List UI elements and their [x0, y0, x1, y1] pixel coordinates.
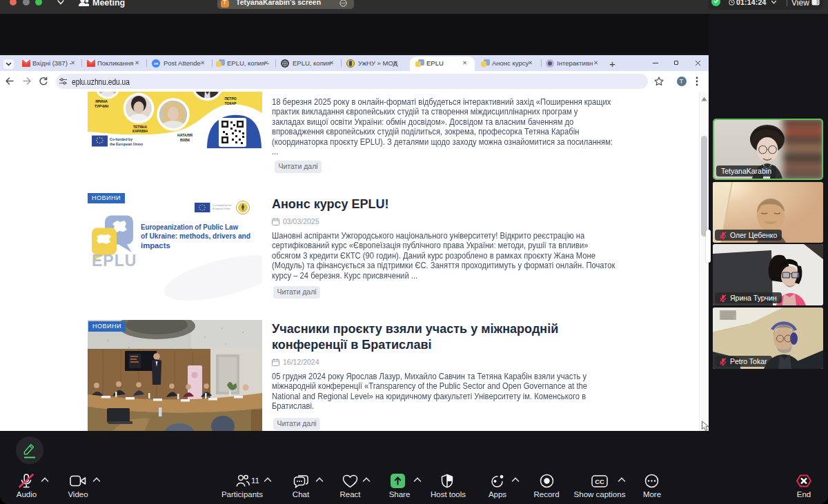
svg-text:ТУРЧИН: ТУРЧИН	[95, 104, 109, 108]
svg-text:the European Union: the European Union	[110, 142, 143, 146]
svg-text:impacts: impacts	[141, 241, 170, 250]
svg-text:ТЕТЯНА: ТЕТЯНА	[133, 125, 148, 129]
svg-text:European Union: European Union	[213, 208, 230, 210]
svg-text:Co-funded by the: Co-funded by the	[213, 204, 232, 207]
svg-text:Europeanization of Public Law: Europeanization of Public Law	[141, 223, 238, 231]
svg-text:CC: CC	[595, 478, 604, 485]
svg-text:КАРАБІН: КАРАБІН	[132, 129, 148, 133]
svg-text:EPLU: EPLU	[92, 252, 137, 270]
svg-text:Co-funded by: Co-funded by	[110, 137, 132, 141]
svg-text:ТОКАР: ТОКАР	[225, 101, 237, 105]
svg-text:НАТАЛІЯ: НАТАЛІЯ	[177, 133, 193, 137]
svg-text:of Ukraine: methods, drivers: of Ukraine: methods, drivers and	[141, 232, 250, 240]
svg-text:ЯРИНА: ЯРИНА	[95, 99, 108, 103]
svg-text:ВОВК: ВОВК	[180, 138, 190, 142]
svg-text:ПЕТРО: ПЕТРО	[224, 97, 236, 101]
